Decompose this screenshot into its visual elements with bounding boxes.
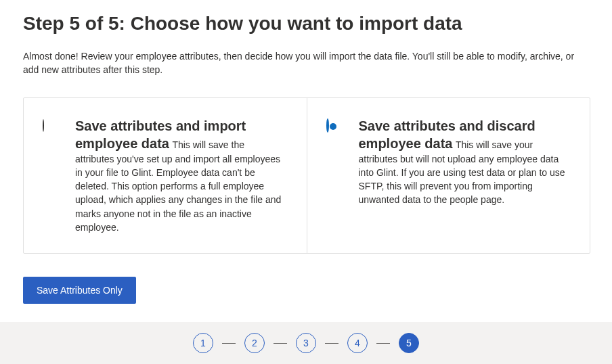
intro-text: Almost done! Review your employee attrib…	[23, 49, 590, 77]
radio-icon	[43, 120, 56, 133]
step-connector	[222, 343, 236, 344]
step-5[interactable]: 5	[399, 333, 419, 353]
save-attributes-only-button[interactable]: Save Attributes Only	[23, 277, 136, 304]
option-description: This will save the attributes you've set…	[75, 139, 281, 233]
radio-icon	[326, 120, 340, 133]
step-1[interactable]: 1	[193, 333, 213, 353]
import-options: Save attributes and import employee data…	[23, 97, 590, 254]
step-connector	[274, 343, 287, 344]
step-3[interactable]: 3	[296, 333, 316, 353]
step-indicator: 1 2 3 4 5	[0, 322, 612, 364]
step-connector	[376, 343, 390, 344]
option-save-and-import[interactable]: Save attributes and import employee data…	[24, 98, 307, 254]
step-2[interactable]: 2	[244, 333, 265, 353]
page-title: Step 5 of 5: Choose how you want to impo…	[23, 13, 590, 35]
step-4[interactable]: 4	[347, 333, 368, 353]
option-save-and-discard[interactable]: Save attributes and discard employee dat…	[307, 98, 590, 254]
step-connector	[325, 343, 338, 344]
